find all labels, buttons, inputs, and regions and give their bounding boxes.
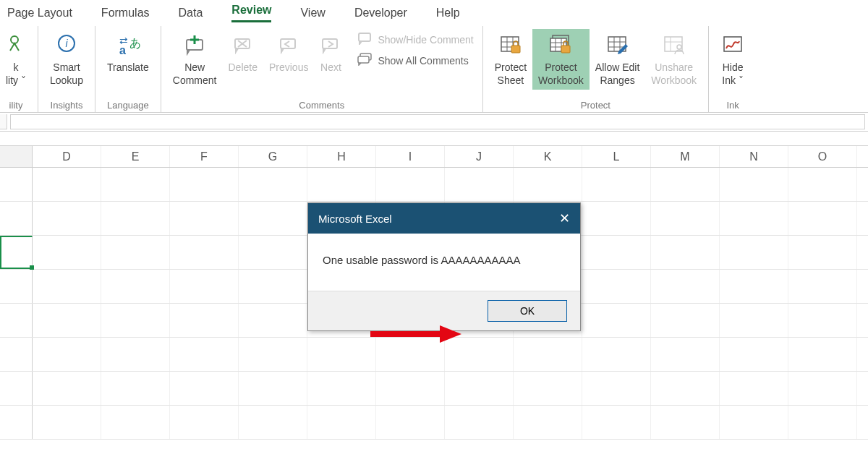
translate-icon: ⇄aあ — [115, 32, 141, 58]
unshare-icon — [662, 32, 686, 58]
ink-icon — [720, 32, 745, 58]
comments-icon — [357, 53, 373, 68]
col-header[interactable]: D — [33, 146, 101, 167]
group-label: Insights — [44, 100, 89, 112]
tab-formulas[interactable]: Formulas — [101, 7, 150, 20]
column-headers: D E F G H I J K L M N O — [0, 146, 868, 168]
smart-lookup-button[interactable]: i Smart Lookup — [44, 29, 89, 90]
col-header[interactable]: N — [720, 146, 788, 167]
col-header[interactable]: M — [651, 146, 720, 167]
svg-text:i: i — [65, 38, 68, 49]
col-header[interactable]: O — [788, 146, 857, 167]
allow-edit-icon — [605, 32, 630, 58]
btn-label: Allow Edit — [595, 61, 639, 74]
previous-comment-button: Previous — [263, 29, 314, 77]
btn-label: Protect — [495, 61, 527, 74]
col-header[interactable]: K — [514, 146, 582, 167]
svg-rect-14 — [359, 33, 370, 41]
btn-label: Comment — [173, 74, 217, 87]
tab-data[interactable]: Data — [179, 7, 203, 20]
formula-bar — [0, 113, 868, 132]
dialog-footer: OK — [308, 291, 580, 330]
btn-label: Previous — [269, 61, 308, 74]
previous-comment-icon — [278, 32, 299, 58]
svg-rect-22 — [511, 46, 520, 53]
svg-text:a: a — [119, 44, 126, 56]
btn-label: Next — [320, 61, 341, 74]
translate-button[interactable]: ⇄aあ Translate — [101, 29, 155, 90]
new-comment-button[interactable]: New Comment — [167, 29, 223, 90]
tab-developer[interactable]: Developer — [354, 7, 407, 20]
svg-text:あ: あ — [129, 37, 141, 49]
btn-label: New — [184, 61, 205, 74]
close-icon[interactable]: ✕ — [559, 210, 570, 226]
name-box[interactable] — [0, 114, 7, 129]
btn-label: Translate — [107, 61, 149, 74]
tab-view[interactable]: View — [300, 7, 325, 20]
new-comment-icon — [182, 32, 207, 58]
btn-label: lity ˅ — [6, 74, 26, 87]
btn-label: Sheet — [498, 74, 524, 87]
svg-rect-29 — [561, 46, 570, 53]
btn-label: Show/Hide Comment — [378, 34, 473, 46]
select-all-corner[interactable] — [0, 146, 33, 167]
group-label: Language — [101, 100, 155, 112]
protect-sheet-icon — [498, 32, 523, 58]
btn-label: Ink ˅ — [722, 74, 744, 87]
ribbon: k lity ˅ ility i Smart Lookup Insights ⇄… — [0, 26, 868, 113]
dialog-title: Microsoft Excel — [318, 213, 392, 225]
svg-rect-13 — [323, 39, 337, 48]
message-dialog: Microsoft Excel ✕ One usable password is… — [307, 202, 581, 331]
tab-help[interactable]: Help — [436, 7, 460, 20]
hide-ink-button[interactable]: Hide Ink ˅ — [715, 29, 751, 90]
chevron-down-icon: ˅ — [21, 74, 26, 86]
allow-edit-ranges-button[interactable]: Allow Edit Ranges — [590, 29, 645, 90]
col-header[interactable]: F — [170, 146, 239, 167]
group-label: Ink — [715, 100, 751, 112]
col-header[interactable]: G — [239, 146, 307, 167]
btn-label: Protect — [545, 61, 576, 74]
btn-label: k — [14, 61, 19, 74]
col-header[interactable]: L — [582, 146, 651, 167]
btn-label: Delete — [228, 61, 257, 74]
chevron-down-icon: ˅ — [739, 74, 744, 86]
btn-label: Ranges — [600, 74, 634, 87]
group-label: Comments — [167, 100, 477, 112]
svg-rect-12 — [281, 39, 295, 48]
btn-label: Unshare — [655, 61, 693, 74]
check-accessibility-button[interactable]: k lity ˅ — [0, 29, 32, 90]
col-header[interactable]: E — [101, 146, 170, 167]
svg-rect-16 — [358, 56, 369, 63]
dialog-message: One usable password is AAAAAAAAAAA — [308, 234, 580, 291]
comment-icon — [357, 32, 373, 47]
selected-cell[interactable] — [0, 236, 33, 269]
btn-label: Smart — [53, 61, 80, 74]
next-comment-button: Next — [314, 29, 347, 77]
delete-comment-icon — [232, 32, 254, 58]
col-header[interactable]: I — [376, 146, 445, 167]
btn-label: Show All Comments — [378, 55, 468, 67]
protect-sheet-button[interactable]: Protect Sheet — [489, 29, 532, 90]
group-label: ility — [0, 100, 32, 112]
btn-label: Hide — [723, 61, 744, 74]
col-header[interactable]: H — [307, 146, 376, 167]
accessibility-icon — [6, 32, 26, 58]
ribbon-tabs: Page Layout Formulas Data Review View De… — [0, 0, 868, 26]
show-all-comments-button[interactable]: Show All Comments — [354, 50, 476, 71]
show-hide-comment-button: Show/Hide Comment — [354, 29, 476, 50]
btn-label: Workbook — [538, 74, 584, 87]
unshare-workbook-button: Unshare Workbook — [645, 29, 702, 90]
next-comment-icon — [320, 32, 341, 58]
svg-point-38 — [677, 45, 681, 49]
tab-review[interactable]: Review — [231, 4, 271, 22]
formula-input[interactable] — [10, 114, 865, 129]
smart-lookup-icon: i — [54, 32, 80, 58]
tab-page-layout[interactable]: Page Layout — [7, 7, 72, 20]
dialog-titlebar[interactable]: Microsoft Excel ✕ — [308, 203, 580, 234]
col-header[interactable]: J — [445, 146, 514, 167]
btn-label: Workbook — [651, 74, 697, 87]
ok-button[interactable]: OK — [488, 300, 567, 322]
protect-workbook-icon — [548, 32, 573, 58]
protect-workbook-button[interactable]: Protect Workbook — [532, 29, 590, 90]
group-label: Protect — [489, 100, 702, 112]
